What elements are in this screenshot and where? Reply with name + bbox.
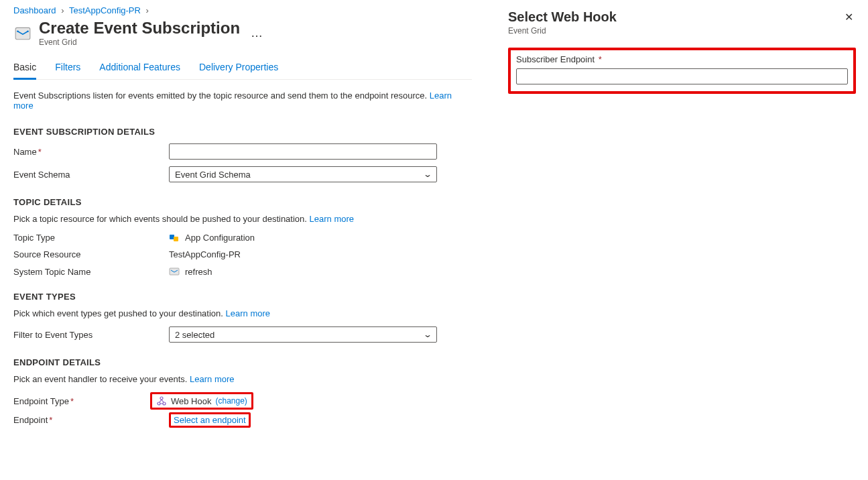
row-topic-type: Topic Type App Configuration xyxy=(13,232,472,243)
more-actions-button[interactable]: … xyxy=(247,26,267,40)
event-schema-value: Event Grid Schema xyxy=(175,170,251,180)
label-system-topic: System Topic Name xyxy=(13,267,169,277)
endpoint-details-desc: Pick an event handler to receive your ev… xyxy=(13,374,472,384)
intro-text: Event Subscriptions listen for events em… xyxy=(13,91,472,111)
label-subscriber-endpoint-text: Subscriber Endpoint xyxy=(516,54,595,64)
section-topic-details-title: TOPIC DETAILS xyxy=(13,197,472,207)
chevron-down-icon: ⌄ xyxy=(423,330,432,339)
event-schema-select[interactable]: Event Grid Schema ⌄ xyxy=(169,166,437,182)
label-topic-type: Topic Type xyxy=(13,233,169,243)
svg-rect-5 xyxy=(170,268,179,275)
breadcrumb-dashboard[interactable]: Dashboard xyxy=(13,5,56,15)
row-event-schema: Event Schema Event Grid Schema ⌄ xyxy=(13,166,472,182)
eventgrid-service-icon xyxy=(13,24,32,43)
svg-rect-0 xyxy=(15,27,30,39)
event-types-learn-more-link[interactable]: Learn more xyxy=(226,308,270,318)
app-configuration-icon xyxy=(169,232,180,243)
subscriber-endpoint-highlight: Subscriber Endpoint * xyxy=(508,48,856,94)
row-filter-event-types: Filter to Event Types 2 selected ⌄ xyxy=(13,326,472,343)
main-content: Dashboard › TestAppConfig-PR › Create Ev… xyxy=(0,0,485,480)
intro-body: Event Subscriptions listen for events em… xyxy=(13,91,430,101)
row-system-topic: System Topic Name refresh xyxy=(13,266,472,277)
page-header: Create Event Subscription Event Grid … xyxy=(13,19,472,47)
endpoint-details-desc-text: Pick an event handler to receive your ev… xyxy=(13,374,190,384)
select-endpoint-link[interactable]: Select an endpoint xyxy=(174,415,246,425)
tab-filters[interactable]: Filters xyxy=(55,56,80,79)
tab-additional-features[interactable]: Additional Features xyxy=(99,56,180,79)
section-subscription-details-title: EVENT SUBSCRIPTION DETAILS xyxy=(13,127,472,137)
system-topic-value-block: refresh xyxy=(169,266,212,277)
required-asterisk: * xyxy=(596,54,602,64)
label-endpoint-text: Endpoint xyxy=(13,415,48,425)
label-endpoint-type-text: Endpoint Type xyxy=(13,396,69,406)
endpoint-value-highlight: Select an endpoint xyxy=(169,412,251,428)
endpoint-type-value: Web Hook xyxy=(171,396,211,406)
label-event-schema: Event Schema xyxy=(13,170,169,180)
subscriber-endpoint-input[interactable] xyxy=(516,68,848,84)
side-panel: Select Web Hook Event Grid ✕ Subscriber … xyxy=(496,0,868,480)
endpoint-type-change-link[interactable]: (change) xyxy=(215,396,247,406)
tab-basic[interactable]: Basic xyxy=(13,56,36,79)
tab-delivery-properties[interactable]: Delivery Properties xyxy=(199,56,278,79)
label-endpoint-type: Endpoint Type* xyxy=(13,396,150,406)
label-filter-event-types: Filter to Event Types xyxy=(13,330,169,340)
label-subscriber-endpoint: Subscriber Endpoint * xyxy=(516,54,848,64)
panel-header: Select Web Hook Event Grid ✕ xyxy=(508,9,856,48)
required-asterisk: * xyxy=(38,147,42,157)
svg-point-8 xyxy=(160,397,163,400)
topic-type-value-block: App Configuration xyxy=(169,232,255,243)
filter-event-types-select[interactable]: 2 selected ⌄ xyxy=(169,326,437,343)
section-endpoint-details-title: ENDPOINT DETAILS xyxy=(13,357,472,367)
breadcrumb-sep: › xyxy=(146,5,149,15)
topic-details-desc: Pick a topic resource for which events s… xyxy=(13,214,472,224)
row-source-resource: Source Resource TestAppConfig-PR xyxy=(13,249,472,259)
row-endpoint: Endpoint* Select an endpoint xyxy=(13,412,472,428)
section-event-types-title: EVENT TYPES xyxy=(13,292,472,302)
svg-point-1 xyxy=(17,30,19,32)
close-panel-button[interactable]: ✕ xyxy=(842,9,856,25)
required-asterisk: * xyxy=(49,415,52,425)
row-name: Name* xyxy=(13,143,472,160)
page-title: Create Event Subscription xyxy=(39,19,240,37)
svg-point-6 xyxy=(158,402,160,405)
breadcrumb-resource[interactable]: TestAppConfig-PR xyxy=(69,5,141,15)
breadcrumb: Dashboard › TestAppConfig-PR › xyxy=(13,5,472,15)
required-asterisk: * xyxy=(70,396,74,406)
label-name: Name* xyxy=(13,147,169,157)
topic-type-value: App Configuration xyxy=(185,233,255,243)
svg-rect-3 xyxy=(170,235,174,239)
filter-event-types-value: 2 selected xyxy=(175,330,214,340)
label-source-resource: Source Resource xyxy=(13,249,169,259)
label-name-text: Name xyxy=(13,147,37,157)
webhook-icon xyxy=(156,396,167,406)
name-input[interactable] xyxy=(169,143,437,160)
chevron-down-icon: ⌄ xyxy=(423,170,432,179)
label-endpoint: Endpoint* xyxy=(13,415,169,425)
svg-point-2 xyxy=(27,30,29,32)
breadcrumb-sep: › xyxy=(61,5,64,15)
panel-title: Select Web Hook xyxy=(508,9,617,25)
event-types-desc-text: Pick which event types get pushed to you… xyxy=(13,308,226,318)
panel-subtitle: Event Grid xyxy=(508,26,617,36)
svg-rect-4 xyxy=(174,237,178,241)
page-title-block: Create Event Subscription Event Grid xyxy=(39,19,240,47)
page-subtitle: Event Grid xyxy=(39,38,240,47)
row-endpoint-type: Endpoint Type* Web Hook (change) xyxy=(13,392,472,410)
eventgrid-topic-icon xyxy=(169,266,180,277)
topic-learn-more-link[interactable]: Learn more xyxy=(310,214,354,224)
tabs: Basic Filters Additional Features Delive… xyxy=(13,56,472,80)
source-resource-value: TestAppConfig-PR xyxy=(169,249,241,259)
event-types-desc: Pick which event types get pushed to you… xyxy=(13,308,472,318)
endpoint-learn-more-link[interactable]: Learn more xyxy=(190,374,234,384)
system-topic-value: refresh xyxy=(185,267,212,277)
topic-details-desc-text: Pick a topic resource for which events s… xyxy=(13,214,310,224)
endpoint-type-highlight: Web Hook (change) xyxy=(150,392,253,410)
svg-point-7 xyxy=(163,402,166,405)
panel-title-block: Select Web Hook Event Grid xyxy=(508,9,617,48)
